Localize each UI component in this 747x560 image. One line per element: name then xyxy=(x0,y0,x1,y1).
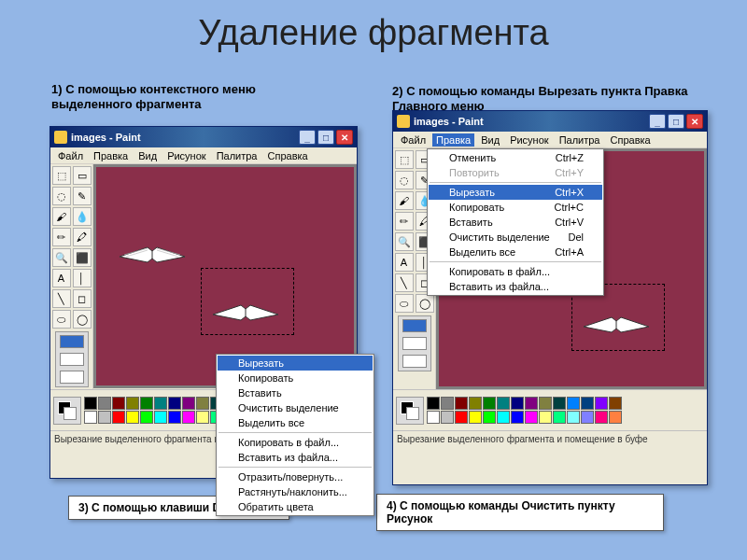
tool-options[interactable] xyxy=(398,315,431,371)
menu-item[interactable]: ВставитьCtrl+V xyxy=(429,215,602,230)
menu-view[interactable]: Вид xyxy=(477,133,503,147)
tool-button[interactable]: ╲ xyxy=(52,289,71,308)
color-swatch[interactable] xyxy=(196,397,209,410)
color-swatch[interactable] xyxy=(441,411,454,424)
color-swatch[interactable] xyxy=(427,397,440,410)
color-swatch[interactable] xyxy=(455,411,468,424)
color-swatch[interactable] xyxy=(497,411,510,424)
color-swatch[interactable] xyxy=(525,411,538,424)
color-swatch[interactable] xyxy=(609,397,622,410)
menu-item[interactable]: ВырезатьCtrl+X xyxy=(429,185,602,200)
tool-button[interactable]: ✏ xyxy=(395,212,414,231)
menu-item[interactable]: КопироватьCtrl+C xyxy=(429,200,602,215)
tool-button[interactable]: 🔍 xyxy=(52,248,71,267)
color-swatch[interactable] xyxy=(595,397,608,410)
menu-image[interactable]: Рисунок xyxy=(163,149,210,162)
color-swatch[interactable] xyxy=(126,397,139,410)
color-swatch[interactable] xyxy=(483,397,496,410)
tool-button[interactable]: A xyxy=(395,253,414,272)
color-swatch[interactable] xyxy=(112,397,125,410)
color-swatch[interactable] xyxy=(441,397,454,410)
menu-palette[interactable]: Палитра xyxy=(213,149,261,162)
menu-help[interactable]: Справка xyxy=(607,133,655,147)
color-swatch[interactable] xyxy=(469,411,482,424)
color-swatch[interactable] xyxy=(140,411,153,424)
menu-edit[interactable]: Правка xyxy=(432,133,474,147)
tool-button[interactable]: ⬛ xyxy=(73,248,92,267)
color-swatch[interactable] xyxy=(154,411,167,424)
menu-view[interactable]: Вид xyxy=(134,149,161,162)
menu-image[interactable]: Рисунок xyxy=(506,133,553,147)
menu-item[interactable]: Очистить выделение xyxy=(218,400,373,415)
color-swatch[interactable] xyxy=(511,411,524,424)
color-swatch[interactable] xyxy=(469,397,482,410)
menu-item[interactable]: Копировать в файл... xyxy=(218,435,373,450)
color-swatch[interactable] xyxy=(497,397,510,410)
tool-button[interactable]: ╲ xyxy=(395,273,414,292)
tool-button[interactable]: ⬭ xyxy=(52,310,71,329)
color-swatch[interactable] xyxy=(182,411,195,424)
close-button[interactable]: ✕ xyxy=(336,130,353,145)
tool-button[interactable]: ⬚ xyxy=(395,150,414,169)
color-swatch[interactable] xyxy=(196,411,209,424)
tool-button[interactable]: 💧 xyxy=(73,207,92,226)
minimize-button[interactable]: _ xyxy=(649,114,666,129)
menu-edit[interactable]: Правка xyxy=(90,149,132,162)
color-swatch[interactable] xyxy=(483,411,496,424)
tool-button[interactable]: ✏ xyxy=(52,228,71,246)
tool-button[interactable]: ▭ xyxy=(73,166,92,185)
color-swatch[interactable] xyxy=(168,411,181,424)
tool-options[interactable] xyxy=(55,331,89,387)
color-swatch[interactable] xyxy=(567,397,580,410)
menu-help[interactable]: Справка xyxy=(264,149,312,162)
menu-item[interactable]: Отразить/повернуть... xyxy=(218,469,373,484)
titlebar[interactable]: images - Paint _ □ ✕ xyxy=(393,111,707,132)
maximize-button[interactable]: □ xyxy=(668,114,684,129)
tool-button[interactable]: ◌ xyxy=(395,171,414,189)
tool-button[interactable]: ⬚ xyxy=(52,166,71,185)
color-swatch[interactable] xyxy=(553,397,566,410)
color-swatch[interactable] xyxy=(581,411,594,424)
maximize-button[interactable]: □ xyxy=(317,130,334,145)
color-swatch[interactable] xyxy=(539,397,552,410)
color-swatch[interactable] xyxy=(427,411,440,424)
tool-button[interactable]: 🖌 xyxy=(52,207,71,226)
minimize-button[interactable]: _ xyxy=(299,130,316,145)
menu-item[interactable]: Вставить xyxy=(218,385,373,400)
color-swatch[interactable] xyxy=(98,397,111,410)
color-swatch[interactable] xyxy=(84,397,97,410)
color-swatch[interactable] xyxy=(140,397,153,410)
color-swatch[interactable] xyxy=(609,411,622,424)
menu-palette[interactable]: Палитра xyxy=(556,133,604,147)
menu-file[interactable]: Файл xyxy=(397,133,430,147)
menu-item[interactable]: Вырезать xyxy=(218,356,373,371)
color-swatch[interactable] xyxy=(581,397,594,410)
tool-button[interactable]: ✎ xyxy=(73,187,92,205)
close-button[interactable]: ✕ xyxy=(686,114,703,129)
menu-item[interactable]: Выделить всеCtrl+A xyxy=(429,245,602,259)
tool-button[interactable]: 🖌 xyxy=(395,191,414,210)
tool-button[interactable]: A xyxy=(52,269,71,287)
tool-button[interactable]: 🖍 xyxy=(73,228,92,246)
tool-button[interactable]: ◌ xyxy=(52,187,71,205)
fg-bg-selector[interactable] xyxy=(396,397,424,425)
tool-button[interactable]: ⬭ xyxy=(395,294,414,313)
canvas-area[interactable]: ВырезатьКопироватьВставитьОчистить выдел… xyxy=(93,164,357,388)
tool-button[interactable]: ◯ xyxy=(416,294,434,313)
color-swatch[interactable] xyxy=(126,411,139,424)
color-swatch[interactable] xyxy=(595,411,608,424)
color-swatch[interactable] xyxy=(84,411,97,424)
menu-item[interactable]: Выделить все xyxy=(218,415,373,430)
tool-button[interactable]: 🔍 xyxy=(395,232,414,251)
color-swatch[interactable] xyxy=(154,397,167,410)
color-swatch[interactable] xyxy=(455,397,468,410)
menu-item[interactable]: Копировать в файл... xyxy=(429,264,602,279)
tool-button[interactable]: ◻ xyxy=(73,289,92,308)
color-swatch[interactable] xyxy=(98,411,111,424)
menu-item[interactable]: Очистить выделениеDel xyxy=(429,230,602,245)
tool-button[interactable]: │ xyxy=(73,269,92,287)
color-swatch[interactable] xyxy=(525,397,538,410)
menu-file[interactable]: Файл xyxy=(54,149,87,162)
menu-item[interactable]: Вставить из файла... xyxy=(218,450,373,465)
titlebar[interactable]: images - Paint _ □ ✕ xyxy=(50,127,357,147)
